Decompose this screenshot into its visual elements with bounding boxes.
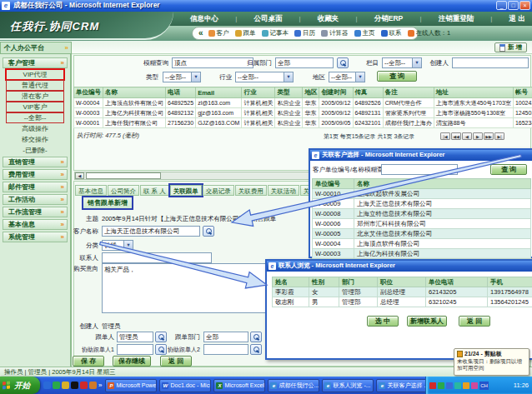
sidebar-section-13[interactable]: 工作流管理» (3, 207, 68, 217)
dialog-table-row[interactable]: W-00006郑州市汇科科技有限公司 (313, 219, 531, 229)
toolbar-item-0[interactable]: 客户 (208, 29, 229, 37)
column-header-9[interactable]: 备注 (383, 87, 434, 98)
menu-item-5[interactable]: 退 出 (509, 14, 525, 24)
column-header-6[interactable]: 地区 (303, 87, 319, 98)
department-lookup-icon[interactable] (337, 57, 349, 68)
column-select[interactable]: --全部--▼ (382, 57, 422, 68)
pager-button-2[interactable]: ◀ (462, 132, 472, 140)
sidebar-item-6[interactable]: 高级操作 (7, 124, 63, 133)
assist1-input[interactable] (117, 344, 153, 355)
taskbar-button-4[interactable]: e联系人浏览 -... (322, 379, 374, 392)
sidebar-section-15[interactable]: 系统管理» (3, 232, 68, 242)
sidebar-item-8[interactable]: -已删除- (7, 146, 63, 155)
sidebar-section-9[interactable]: 直销管理» (3, 157, 68, 167)
column-header-10[interactable]: 地址 (434, 87, 513, 98)
tab-0[interactable]: 基本信息 (75, 185, 107, 196)
chevron-down-icon[interactable]: ▼ (191, 72, 200, 82)
column-header-3[interactable]: Email (196, 87, 242, 98)
sidebar-section-10[interactable]: 费用管理» (3, 169, 68, 180)
quicklaunch-more-icon[interactable]: » (98, 382, 102, 389)
taskbar-button-5[interactable]: e关联客户选择 ... (376, 379, 428, 392)
scroll-left-icon[interactable]: ◀ (75, 172, 84, 179)
tab-4[interactable]: 交易记录 (203, 185, 234, 196)
add-contact-button[interactable]: 新增联系人 (407, 316, 447, 327)
save-continue-button[interactable]: 保存继续 (113, 356, 151, 367)
dialog-table-row[interactable]: W-00004上海顶点软件有限公司 (313, 239, 531, 249)
tray-icon-2[interactable] (446, 382, 453, 389)
assist2-lookup-icon[interactable] (250, 344, 262, 355)
menu-item-2[interactable]: 收藏夹 (318, 14, 339, 24)
quicklaunch-icon-1[interactable] (53, 382, 60, 389)
toolbar-item-7[interactable]: 在线人数：1 (408, 29, 451, 37)
select-contact-button[interactable]: 选 中 (367, 316, 399, 327)
assist2-input[interactable] (203, 344, 248, 355)
sidebar-section-14[interactable]: 基本信息» (3, 219, 68, 230)
tray-icon-1[interactable] (438, 382, 444, 389)
sidebar-item-7[interactable]: 移交操作 (7, 135, 63, 144)
minimize-icon[interactable]: _ (496, 1, 507, 10)
tray-icon-4[interactable] (463, 382, 469, 389)
add-new-button[interactable]: 新 增 (494, 42, 527, 52)
close-icon[interactable]: × (519, 1, 530, 10)
taskbar-button-1[interactable]: WDoc1.doc - Micr... (159, 379, 211, 392)
contact-table-row[interactable]: 李彩霞女管理部副总经理6214320513917564978 (273, 287, 532, 297)
column-header-7[interactable]: 创建时间 (319, 87, 353, 98)
tab-6[interactable]: 关联活动 (268, 185, 299, 196)
tab-3[interactable]: 关联跟单 (170, 185, 202, 196)
customer-lookup-icon[interactable] (203, 226, 214, 237)
menu-item-1[interactable]: 公司桌面 (253, 14, 282, 24)
column-header-11[interactable]: 帐号 (513, 87, 532, 98)
type-select[interactable]: --全部--▼ (163, 72, 201, 82)
scrollbar-thumb[interactable] (86, 172, 161, 179)
menu-item-0[interactable]: 信息中心 (190, 14, 218, 24)
start-button[interactable]: 开始 (0, 377, 40, 394)
menu-item-4[interactable]: 注销重登陆 (439, 14, 474, 24)
language-indicator[interactable]: CH (479, 382, 489, 390)
toolbar-item-2[interactable]: 记事本 (262, 29, 289, 37)
contact-input[interactable] (102, 252, 212, 263)
customer-query-input[interactable] (381, 164, 458, 175)
save-button[interactable]: 保 存 (73, 356, 104, 367)
dialog-table-row[interactable]: W-00008上海立特信息技术有限公司 (313, 209, 531, 219)
sidebar-item-3[interactable]: 潜在客户 (7, 92, 63, 101)
search-button[interactable]: 查 询 (377, 71, 417, 82)
sidebar-header-personal-platform[interactable]: 个人办公平台 » (0, 42, 72, 54)
column-header-8[interactable]: 传真 (353, 87, 383, 98)
follow-dept-lookup-icon[interactable] (250, 332, 262, 342)
table-row[interactable]: W-00003上海亿为科技有限公司64892132gjz@163.com计算机相… (74, 108, 532, 118)
region-select[interactable]: --全部--▼ (329, 72, 365, 82)
quicklaunch-icon-0[interactable] (43, 382, 51, 389)
tab-2[interactable]: 联 系 人 (140, 185, 169, 196)
dialog-back-button[interactable]: 返 回 (459, 316, 490, 327)
pager-button-3[interactable]: ▶ (473, 132, 483, 140)
table-row[interactable]: W-00001上海任我行有限公司27156230GJZ@163.COM计算机相关… (74, 118, 532, 128)
dialog-table-row[interactable]: W-00010上海跃起软件发展公司 (313, 189, 531, 199)
column-header-2[interactable]: 电话 (166, 87, 196, 98)
pager-button-0[interactable]: |◀ (440, 132, 450, 140)
sidebar-section-11[interactable]: 邮件管理» (3, 182, 68, 192)
menu-item-3[interactable]: 分销ERP (374, 14, 403, 24)
toolbar-item-5[interactable]: 主页 (354, 29, 375, 37)
column-header-5[interactable]: 类型 (275, 87, 303, 98)
pager-button-4[interactable]: ▶▶ (484, 132, 494, 140)
quicklaunch-icon-5[interactable] (89, 382, 97, 389)
column-header-0[interactable]: 单位编号 (74, 87, 103, 98)
chevron-down-icon[interactable]: ▼ (123, 241, 133, 250)
department-input[interactable]: 全部 (275, 57, 334, 68)
chevron-down-icon[interactable]: ▼ (284, 72, 293, 82)
dialog-table-row[interactable]: W-00005北京艾佳信息技术有限公司 (313, 229, 531, 239)
quicklaunch-icon-2[interactable] (62, 382, 69, 389)
column-header-4[interactable]: 行业 (242, 87, 275, 98)
toolbar-item-1[interactable]: 跟单 (235, 29, 256, 37)
dialog-titlebar[interactable]: e 关联客户选择 - Microsoft Internet Explorer (310, 150, 532, 161)
sidebar-item-1[interactable]: VIP代理 (7, 70, 63, 79)
follow-dept-input[interactable]: 全部 (203, 332, 248, 342)
toolbar-item-4[interactable]: 计算器 (321, 29, 349, 37)
quicklaunch-icon-4[interactable] (80, 382, 88, 389)
column-header-1[interactable]: 名称 (103, 87, 166, 98)
dialog-search-button[interactable]: 查 询 (490, 164, 527, 175)
taskbar-button-3[interactable]: e成都任我行公... (268, 379, 319, 392)
tab-5[interactable]: 关联费用 (235, 185, 267, 196)
table-row[interactable]: W-00004上海顶点软件有限公司64892525zl@163.com计算机相关… (74, 98, 532, 108)
maximize-icon[interactable]: □ (508, 1, 519, 10)
